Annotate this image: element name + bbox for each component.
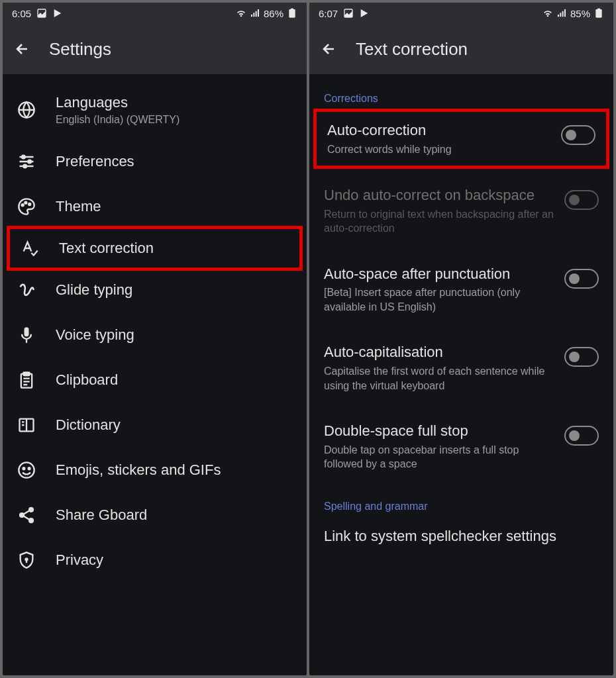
svg-point-8 xyxy=(25,202,26,204)
page-title: Settings xyxy=(49,39,111,60)
auto-capitalisation-item[interactable]: Auto-capitalisation Capitalise the first… xyxy=(309,328,613,407)
corrections-list: Corrections Auto-correction Correct word… xyxy=(309,74,613,675)
text-correction-screen: 6:07 85% Text correction Corrections Aut… xyxy=(309,3,613,675)
toggle-title: Auto-space after punctuation xyxy=(324,265,554,283)
svg-point-15 xyxy=(23,468,25,470)
settings-list: Languages English (India) (QWERTY) Prefe… xyxy=(3,74,307,675)
globe-icon xyxy=(17,101,36,119)
wifi-icon xyxy=(542,8,553,19)
svg-point-20 xyxy=(25,559,27,561)
sliders-icon xyxy=(17,152,36,171)
battery-icon xyxy=(593,8,604,19)
svg-point-5 xyxy=(28,160,31,164)
share-item[interactable]: Share Gboard xyxy=(3,493,307,538)
battery-icon xyxy=(287,8,297,19)
toggle-subtitle: Correct words while typing xyxy=(327,142,550,157)
settings-screen: 6:05 86% Settings Languages English (Ind… xyxy=(3,3,307,675)
mic-icon xyxy=(17,326,36,344)
svg-rect-22 xyxy=(595,9,601,18)
svg-rect-2 xyxy=(291,9,293,10)
share-icon xyxy=(17,506,36,524)
toggle-title: Undo auto-correct on backspace xyxy=(324,186,554,205)
shield-icon xyxy=(17,551,36,569)
signal-icon xyxy=(556,8,567,19)
item-title: Preferences xyxy=(56,153,292,170)
page-title: Text correction xyxy=(356,39,468,60)
toggle-subtitle: Double tap on spacebar inserts a full st… xyxy=(324,443,554,471)
undo-autocorrect-toggle xyxy=(564,190,599,210)
emoji-icon xyxy=(17,461,36,479)
text-check-icon xyxy=(21,239,39,258)
glide-typing-item[interactable]: Glide typing xyxy=(3,267,307,313)
svg-rect-23 xyxy=(597,9,600,10)
item-title: Theme xyxy=(56,198,292,215)
toggle-title: Auto-correction xyxy=(327,121,550,140)
status-bar: 6:05 86% xyxy=(3,3,307,24)
svg-point-7 xyxy=(22,205,24,207)
svg-point-6 xyxy=(23,165,26,168)
wifi-icon xyxy=(236,8,246,19)
section-spelling: Spelling and grammar xyxy=(309,486,613,518)
item-title: Languages xyxy=(56,94,292,111)
image-icon xyxy=(36,8,47,19)
spellchecker-link-item[interactable]: Link to system spellchecker settings xyxy=(309,518,613,555)
item-title: Clipboard xyxy=(56,371,292,389)
dictionary-item[interactable]: Dictionary xyxy=(3,403,307,448)
play-icon xyxy=(52,8,63,19)
gesture-icon xyxy=(17,281,36,299)
double-space-item[interactable]: Double-space full stop Double tap on spa… xyxy=(309,407,613,486)
auto-correction-toggle[interactable] xyxy=(561,125,595,145)
status-bar: 6:07 85% xyxy=(309,3,613,24)
palette-icon xyxy=(17,197,36,216)
play-icon xyxy=(359,8,370,19)
item-subtitle: English (India) (QWERTY) xyxy=(56,114,292,126)
item-title: Voice typing xyxy=(56,326,292,344)
status-time: 6:07 xyxy=(319,8,338,19)
header: Settings xyxy=(3,24,307,74)
item-title: Share Gboard xyxy=(56,507,292,524)
text-correction-item[interactable]: Text correction xyxy=(7,226,303,271)
auto-correction-item[interactable]: Auto-correction Correct words while typi… xyxy=(313,109,609,169)
book-icon xyxy=(17,416,36,434)
svg-rect-1 xyxy=(289,9,295,18)
toggle-subtitle: Capitalise the first word of each senten… xyxy=(324,364,554,393)
toggle-title: Double-space full stop xyxy=(324,422,554,440)
image-icon xyxy=(343,8,354,19)
clipboard-icon xyxy=(17,371,36,389)
status-time: 6:05 xyxy=(12,8,31,19)
svg-point-4 xyxy=(22,156,25,159)
voice-typing-item[interactable]: Voice typing xyxy=(3,313,307,358)
svg-point-9 xyxy=(28,203,30,205)
preferences-item[interactable]: Preferences xyxy=(3,139,307,184)
toggle-title: Link to system spellchecker settings xyxy=(324,527,599,546)
svg-rect-12 xyxy=(23,373,29,376)
header: Text correction xyxy=(309,24,613,74)
theme-item[interactable]: Theme xyxy=(3,184,307,229)
back-arrow-icon[interactable] xyxy=(15,41,30,57)
item-title: Glide typing xyxy=(56,281,292,299)
item-title: Privacy xyxy=(56,552,292,569)
section-corrections: Corrections xyxy=(309,81,613,110)
toggle-subtitle: [Beta] Insert space after punctuation (o… xyxy=(324,285,554,314)
item-title: Emojis, stickers and GIFs xyxy=(56,461,292,479)
battery-percent: 85% xyxy=(570,8,590,19)
languages-item[interactable]: Languages English (India) (QWERTY) xyxy=(3,81,307,139)
svg-point-16 xyxy=(28,468,30,470)
item-title: Dictionary xyxy=(56,416,292,434)
svg-point-14 xyxy=(19,463,34,478)
emojis-item[interactable]: Emojis, stickers and GIFs xyxy=(3,448,307,493)
svg-rect-10 xyxy=(25,328,29,337)
privacy-item[interactable]: Privacy xyxy=(3,538,307,583)
toggle-subtitle: Return to original text when backspacing… xyxy=(324,207,554,236)
toggle-title: Auto-capitalisation xyxy=(324,343,554,362)
auto-space-item[interactable]: Auto-space after punctuation [Beta] Inse… xyxy=(309,250,613,329)
double-space-toggle[interactable] xyxy=(564,426,599,446)
back-arrow-icon[interactable] xyxy=(321,41,337,57)
signal-icon xyxy=(250,8,260,19)
clipboard-item[interactable]: Clipboard xyxy=(3,358,307,403)
battery-percent: 86% xyxy=(264,8,283,19)
item-title: Text correction xyxy=(59,240,289,257)
auto-capitalisation-toggle[interactable] xyxy=(564,347,599,367)
auto-space-toggle[interactable] xyxy=(564,269,599,289)
undo-autocorrect-item: Undo auto-correct on backspace Return to… xyxy=(309,171,613,250)
